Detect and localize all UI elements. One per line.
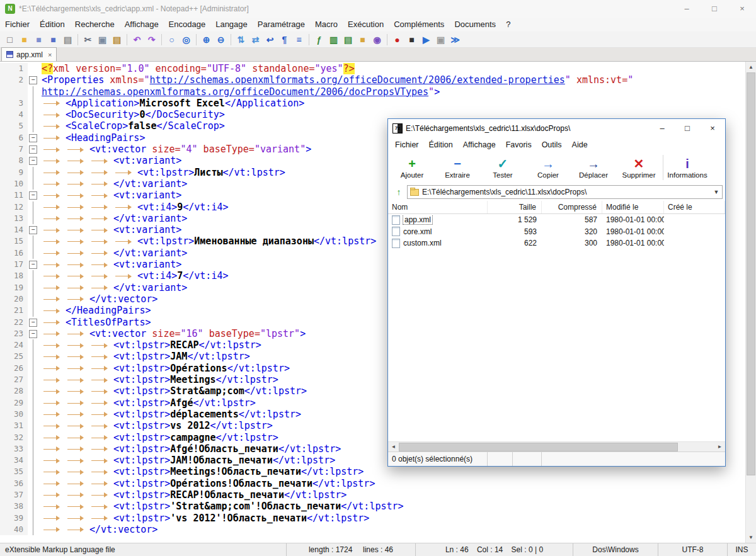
redo-icon[interactable]: ↷	[145, 33, 158, 46]
code-text[interactable]: <vt:vector size="4" baseType="variant">	[38, 144, 311, 155]
run-macro-multiple-icon[interactable]: ≫	[449, 33, 462, 46]
save-macro-icon[interactable]: ▣	[434, 33, 447, 46]
menu-recherche[interactable]: Recherche	[70, 18, 120, 31]
code-text[interactable]: <vt:lpstr>JAM</vt:lpstr>	[38, 351, 250, 362]
folder-workspace-icon[interactable]: ■	[356, 33, 369, 46]
code-text[interactable]: <vt:lpstr>'Strat&amp;com'!Область_печати…	[38, 501, 404, 512]
open-file-icon[interactable]: ■	[18, 33, 31, 46]
code-text[interactable]: <vt:lpstr>Листы</vt:lpstr>	[38, 167, 285, 178]
code-text[interactable]: <vt:lpstr>déplacements</vt:lpstr>	[38, 409, 301, 420]
document-list-icon[interactable]: ▤	[341, 33, 355, 46]
sevenzip-minimize-icon[interactable]: –	[650, 119, 675, 138]
zoom-out-icon[interactable]: ⊖	[214, 33, 227, 46]
code-text[interactable]: <vt:lpstr>Strat&amp;com</vt:lpstr>	[38, 385, 307, 397]
sevenzip-menu-aide[interactable]: Aide	[567, 138, 593, 152]
code-text[interactable]: <vt:lpstr>RECAP!Область_печати</vt:lpstr…	[38, 489, 346, 501]
delete-button[interactable]: ✕Supprimer	[616, 153, 662, 182]
tab-close-icon[interactable]: ×	[48, 51, 52, 59]
code-text[interactable]: </HeadingPairs>	[38, 305, 151, 316]
sevenzip-titlebar[interactable]: 7z E:\Téléchargements\xls_cedric\11.xlsx…	[388, 119, 725, 138]
fold-collapse-icon[interactable]: −	[29, 330, 37, 338]
fold-collapse-icon[interactable]: −	[29, 191, 37, 200]
code-text[interactable]: <vt:lpstr>vs 2012</vt:lpstr>	[38, 420, 273, 431]
menu-documents[interactable]: Documents	[449, 18, 501, 31]
column-header-compresse[interactable]: Compressé	[542, 201, 602, 213]
playback-macro-icon[interactable]: ▶	[420, 33, 433, 46]
scroll-left-icon[interactable]: ◄	[388, 442, 399, 452]
monitoring-icon[interactable]: ◉	[370, 33, 384, 46]
file-row[interactable]: custom.xml6223001980-01-01 00:00	[388, 237, 725, 249]
menu-macro[interactable]: Macro	[310, 18, 343, 31]
info-button[interactable]: iInformations	[665, 153, 710, 182]
sevenzip-maximize-icon[interactable]: □	[675, 119, 700, 138]
extract-button[interactable]: −Extraire	[435, 153, 480, 182]
code-text[interactable]: <vt:i4>7</vt:i4>	[38, 270, 229, 281]
code-text[interactable]: <vt:variant>	[38, 259, 181, 270]
paste-icon[interactable]: ▤	[110, 33, 123, 46]
address-path[interactable]: E:\Téléchargements\xls_cedric\11.xlsx\do…	[422, 188, 711, 196]
code-text[interactable]: <vt:lpstr>Afgé!Область_печати</vt:lpstr>	[38, 443, 341, 455]
menu-execution[interactable]: Exécution	[343, 18, 389, 31]
code-text[interactable]: <vt:lpstr>Именованные диапазоны</vt:lpst…	[38, 235, 376, 247]
column-header-nom[interactable]: Nom	[388, 201, 488, 213]
code-text[interactable]: </vt:variant>	[38, 282, 187, 293]
code-text[interactable]: <vt:lpstr>'vs 2012'!Область_печати</vt:l…	[38, 513, 369, 524]
minimize-icon[interactable]: –	[673, 0, 701, 18]
code-text[interactable]: </vt:variant>	[38, 247, 187, 259]
replace-icon[interactable]: ◎	[180, 33, 193, 46]
cut-icon[interactable]: ✂	[81, 33, 94, 46]
code-text[interactable]: <vt:variant>	[38, 155, 181, 166]
fold-collapse-icon[interactable]: −	[29, 157, 37, 165]
maximize-icon[interactable]: □	[701, 0, 728, 18]
menu-encodage[interactable]: Encodage	[164, 18, 211, 31]
sevenzip-menu-fichier[interactable]: Fichier	[390, 138, 424, 152]
code-text[interactable]: <TitlesOfParts>	[38, 317, 151, 328]
sevenzip-menu-edition[interactable]: Édition	[424, 138, 458, 152]
column-header-modifie-le[interactable]: Modifié le	[602, 201, 664, 213]
menu-complements[interactable]: Compléments	[389, 18, 449, 31]
code-text[interactable]: <vt:variant>	[38, 190, 181, 201]
code-text[interactable]: <vt:lpstr>Opérations!Область_печати</vt:…	[38, 478, 375, 489]
fold-collapse-icon[interactable]: −	[29, 319, 37, 327]
vertical-scrollbar-thumb[interactable]	[747, 72, 755, 475]
sevenzip-close-icon[interactable]: ×	[700, 119, 725, 138]
code-text[interactable]: <vt:lpstr>Opérations</vt:lpstr>	[38, 363, 290, 374]
code-text[interactable]: <vt:lpstr>Meetings!Область_печати</vt:lp…	[38, 466, 364, 477]
code-text[interactable]: <vt:variant>	[38, 224, 181, 235]
zoom-in-icon[interactable]: ⊕	[200, 33, 213, 46]
scroll-right-icon[interactable]: ►	[714, 442, 725, 452]
menu-parametrage[interactable]: Paramétrage	[253, 18, 310, 31]
fold-collapse-icon[interactable]: −	[29, 226, 37, 234]
copy-icon[interactable]: ▣	[96, 33, 109, 46]
move-button[interactable]: →Déplacer	[571, 153, 616, 182]
chevron-down-icon[interactable]: ▼	[711, 189, 722, 195]
file-row[interactable]: core.xml5933201980-01-01 00:00	[388, 226, 725, 238]
save-all-icon[interactable]: ■	[47, 33, 60, 46]
save-icon[interactable]: ■	[32, 33, 45, 46]
code-text[interactable]: <DocSecurity>0</DocSecurity>	[38, 109, 225, 120]
file-row[interactable]: app.xml1 5295871980-01-01 00:00	[388, 214, 725, 226]
sevenzip-menu-favoris[interactable]: Favoris	[501, 138, 537, 152]
menu-edition[interactable]: Édition	[35, 18, 70, 31]
add-button[interactable]: +Ajouter	[389, 153, 435, 182]
fold-collapse-icon[interactable]: −	[29, 145, 37, 154]
code-text[interactable]: <vt:i4>9</vt:i4>	[38, 201, 229, 213]
scroll-up-icon[interactable]: ▲	[746, 62, 756, 72]
undo-icon[interactable]: ↶	[130, 33, 144, 46]
address-combobox[interactable]: E:\Téléchargements\xls_cedric\11.xlsx\do…	[407, 185, 723, 199]
menu-aide[interactable]: ?	[501, 18, 515, 31]
file-list-horizontal-scrollbar[interactable]: ◄ ►	[388, 441, 725, 452]
code-text[interactable]: <Properties xmlns="http://schemas.openxm…	[38, 74, 633, 86]
word-wrap-icon[interactable]: ↩	[263, 33, 277, 46]
code-text[interactable]: </vt:variant>	[38, 213, 187, 224]
code-text[interactable]: </vt:vector>	[38, 293, 158, 305]
copy-button[interactable]: →Copier	[525, 153, 571, 182]
menu-langage[interactable]: Langage	[210, 18, 253, 31]
document-map-icon[interactable]: ▥	[327, 33, 340, 46]
column-header-taille[interactable]: Taille	[488, 201, 542, 213]
code-text[interactable]: <vt:vector size="16" baseType="lpstr">	[38, 328, 306, 339]
function-list-icon[interactable]: ƒ	[312, 33, 326, 46]
menu-affichage[interactable]: Affichage	[120, 18, 164, 31]
editor-vertical-scrollbar[interactable]: ▲ ▼	[745, 62, 756, 543]
up-folder-icon[interactable]: ↑	[391, 185, 407, 199]
